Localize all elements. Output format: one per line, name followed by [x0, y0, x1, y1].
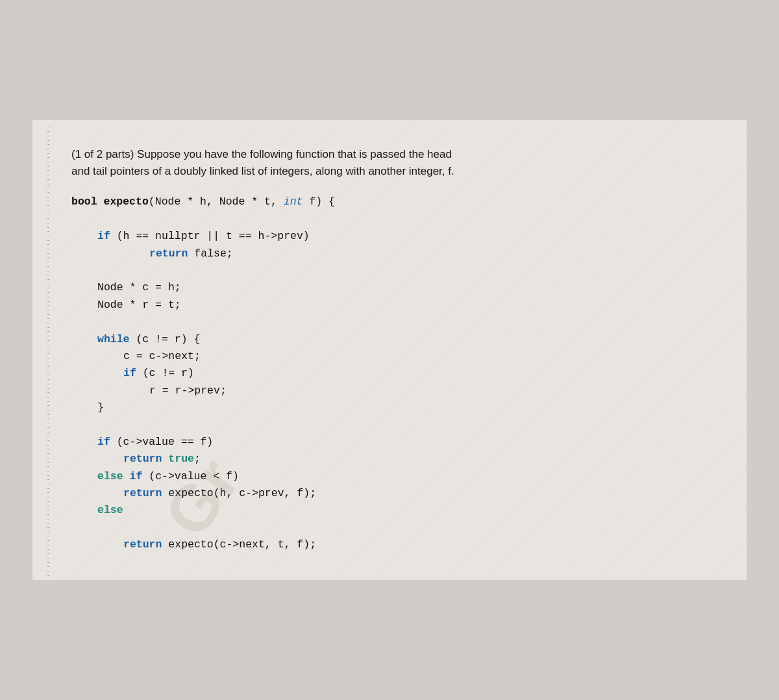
code-blank1 — [71, 262, 708, 279]
code-signature: bool expecto(Node * h, Node * t, int f) … — [71, 194, 708, 210]
code-r-prev: r = r->prev; — [71, 382, 708, 399]
code-c-next: c = c->next; — [71, 348, 708, 365]
code-return-false: return false; — [71, 245, 708, 262]
code-if-value-eq: if (c->value == f) — [71, 434, 708, 451]
description-line1: (1 of 2 parts) Suppose you have the foll… — [71, 148, 452, 160]
code-node-r: Node * r = t; — [71, 297, 708, 314]
content-area: (1 of 2 parts) Suppose you have the foll… — [71, 146, 708, 553]
code-return-expecto-prev: return expecto(h, c->prev, f); — [71, 485, 708, 502]
code-blank3 — [71, 416, 708, 433]
code-while-close: } — [71, 399, 708, 416]
code-return-true: return true; — [71, 451, 708, 468]
code-else: else — [71, 502, 708, 519]
code-blank2 — [71, 314, 708, 331]
code-blank4 — [71, 519, 708, 536]
code-return-expecto-next: return expecto(c->next, t, f); — [71, 536, 708, 553]
description-text: (1 of 2 parts) Suppose you have the foll… — [71, 146, 708, 179]
code-if-c-r: if (c != r) — [71, 365, 708, 382]
code-while: while (c != r) { — [71, 331, 708, 348]
description-line2: and tail pointers of a doubly linked lis… — [71, 165, 454, 177]
code-if-null-line: if (h == nullptr || t == h->prev) — [71, 228, 708, 245]
code-else-if-value-lt: else if (c->value < f) — [71, 468, 708, 485]
page-container: Gr (1 of 2 parts) Suppose you have the f… — [32, 120, 747, 579]
left-dots-decoration — [44, 120, 52, 579]
code-block: bool expecto(Node * h, Node * t, int f) … — [71, 194, 708, 553]
code-if-null — [71, 211, 708, 228]
code-node-c: Node * c = h; — [71, 279, 708, 296]
